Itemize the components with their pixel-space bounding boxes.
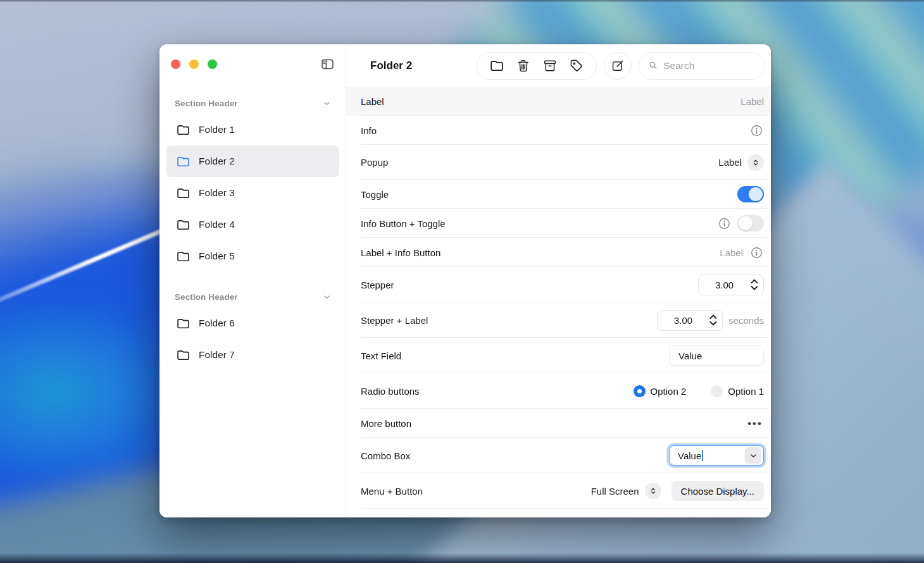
folder-icon bbox=[176, 123, 190, 137]
sidebar-item-folder-5[interactable]: Folder 5 bbox=[166, 240, 339, 272]
radio-option-2[interactable]: Option 2 bbox=[634, 385, 687, 397]
combo-box[interactable]: Value bbox=[669, 445, 764, 466]
sidebar-item-folder-2[interactable]: Folder 2 bbox=[166, 145, 339, 177]
search-field[interactable] bbox=[639, 52, 765, 80]
radio-option-1[interactable]: Option 1 bbox=[711, 385, 764, 397]
folder-icon bbox=[176, 316, 190, 331]
row-label: Label Label bbox=[346, 87, 771, 116]
more-ellipsis-button[interactable]: ••• bbox=[746, 418, 764, 429]
sidebar: Section Header Folder 1 Folder 2 Folder … bbox=[159, 44, 346, 517]
row-label-text: Radio buttons bbox=[361, 386, 420, 397]
text-field-value: Value bbox=[678, 350, 702, 361]
sidebar-item-label: Folder 2 bbox=[199, 156, 235, 167]
row-label-text: Combo Box bbox=[361, 450, 410, 461]
combo-box-value: Value bbox=[678, 450, 701, 461]
row-text-field: Text Field Value bbox=[346, 338, 771, 373]
row-stepper-label: Stepper + Label 3.00 seconds bbox=[346, 302, 771, 338]
toggle-switch-on[interactable] bbox=[737, 186, 764, 202]
info-button[interactable] bbox=[716, 216, 732, 231]
sidebar-item-folder-1[interactable]: Folder 1 bbox=[166, 114, 339, 145]
sidebar-item-label: Folder 5 bbox=[199, 251, 235, 262]
stepper-buttons[interactable] bbox=[709, 313, 718, 327]
tag-button[interactable] bbox=[563, 53, 590, 79]
toggle-knob bbox=[739, 216, 752, 230]
info-icon bbox=[717, 216, 732, 231]
chevron-down-icon bbox=[322, 99, 332, 108]
sidebar-item-label: Folder 7 bbox=[199, 349, 235, 361]
sidebar-section-header-1[interactable]: Section Header bbox=[159, 92, 346, 114]
popup-button[interactable] bbox=[747, 154, 764, 171]
folder-icon bbox=[176, 218, 190, 232]
delete-button[interactable] bbox=[510, 53, 537, 79]
row-label-text: Toggle bbox=[361, 189, 389, 200]
row-label-info-button: Label + Info Button Label bbox=[346, 238, 771, 267]
toggle-sidebar-button[interactable] bbox=[318, 54, 337, 73]
info-icon bbox=[749, 123, 764, 138]
sidebar-item-label: Folder 4 bbox=[199, 219, 235, 230]
row-radio-buttons: Radio buttons Option 2 Option 1 bbox=[346, 373, 771, 409]
radio-unselected-icon bbox=[711, 385, 723, 397]
stepper-value: 3.00 bbox=[658, 315, 709, 326]
row-info: Info bbox=[346, 116, 771, 145]
menu-popup-button[interactable] bbox=[645, 483, 661, 499]
text-field[interactable]: Value bbox=[669, 345, 764, 366]
sidebar-item-folder-4[interactable]: Folder 4 bbox=[166, 209, 339, 240]
sidebar-item-folder-6[interactable]: Folder 6 bbox=[166, 307, 339, 339]
radio-option-label: Option 1 bbox=[728, 386, 764, 397]
menu-selected-value: Full Screen bbox=[591, 486, 639, 497]
folder-icon bbox=[176, 154, 190, 169]
stepper-buttons[interactable] bbox=[750, 278, 759, 292]
row-more-button: More button ••• bbox=[346, 409, 771, 438]
minimize-button[interactable] bbox=[189, 59, 199, 69]
toggle-switch-off[interactable] bbox=[737, 215, 764, 232]
compose-icon bbox=[611, 59, 625, 73]
folder-icon bbox=[489, 58, 504, 73]
row-label-text: Stepper bbox=[361, 280, 394, 290]
content-header: Folder 2 bbox=[346, 44, 771, 87]
choose-display-button[interactable]: Choose Display... bbox=[671, 481, 764, 501]
toggle-knob bbox=[749, 187, 763, 201]
stepper-field[interactable]: 3.00 bbox=[657, 310, 723, 331]
sidebar-item-folder-3[interactable]: Folder 3 bbox=[166, 177, 339, 209]
close-button[interactable] bbox=[171, 59, 180, 69]
popup-selected-value: Label bbox=[718, 157, 742, 168]
new-folder-button[interactable] bbox=[484, 53, 510, 79]
folder-icon bbox=[176, 249, 190, 264]
chevron-up-down-icon bbox=[649, 486, 658, 495]
section-header-label: Section Header bbox=[175, 99, 238, 108]
combo-dropdown-button[interactable] bbox=[745, 447, 761, 464]
row-label-text: Info Button + Toggle bbox=[361, 218, 446, 229]
stepper-up-down-icon bbox=[709, 313, 718, 327]
row-label-text: Label + Info Button bbox=[361, 247, 440, 258]
radio-selected-icon bbox=[634, 385, 646, 397]
info-button[interactable] bbox=[749, 245, 764, 260]
sidebar-item-label: Folder 1 bbox=[199, 124, 235, 135]
zoom-button[interactable] bbox=[208, 59, 217, 69]
row-label-text: Menu + Button bbox=[361, 486, 423, 497]
sidebar-item-folder-7[interactable]: Folder 7 bbox=[166, 339, 339, 371]
app-window: Section Header Folder 1 Folder 2 Folder … bbox=[159, 44, 771, 517]
info-icon bbox=[749, 245, 764, 260]
row-menu-button: Menu + Button Full Screen Choose Display… bbox=[346, 473, 771, 509]
settings-list: Label Label Info Popup Label bbox=[346, 87, 771, 517]
row-value-label: Label bbox=[740, 96, 764, 107]
menu-popup[interactable]: Full Screen bbox=[591, 483, 661, 499]
search-input[interactable] bbox=[663, 60, 756, 71]
sidebar-item-label: Folder 3 bbox=[199, 187, 235, 199]
stepper-field[interactable]: 3.00 bbox=[698, 275, 764, 295]
toolbar-button-group bbox=[477, 52, 597, 80]
sidebar-section-header-2[interactable]: Section Header bbox=[159, 286, 346, 307]
info-button[interactable] bbox=[749, 123, 764, 138]
toolbar bbox=[477, 52, 765, 80]
row-combo-box: Combo Box Value bbox=[346, 438, 771, 473]
page-title: Folder 2 bbox=[370, 59, 412, 72]
trash-icon bbox=[516, 58, 531, 73]
text-cursor bbox=[702, 450, 703, 461]
chevron-up-down-icon bbox=[751, 158, 760, 167]
folder-icon bbox=[176, 186, 190, 201]
archive-button[interactable] bbox=[537, 53, 563, 79]
compose-button[interactable] bbox=[604, 52, 632, 80]
chevron-down-icon bbox=[322, 292, 332, 302]
row-popup: Popup Label bbox=[346, 145, 771, 180]
row-label-text: Stepper + Label bbox=[361, 315, 428, 326]
